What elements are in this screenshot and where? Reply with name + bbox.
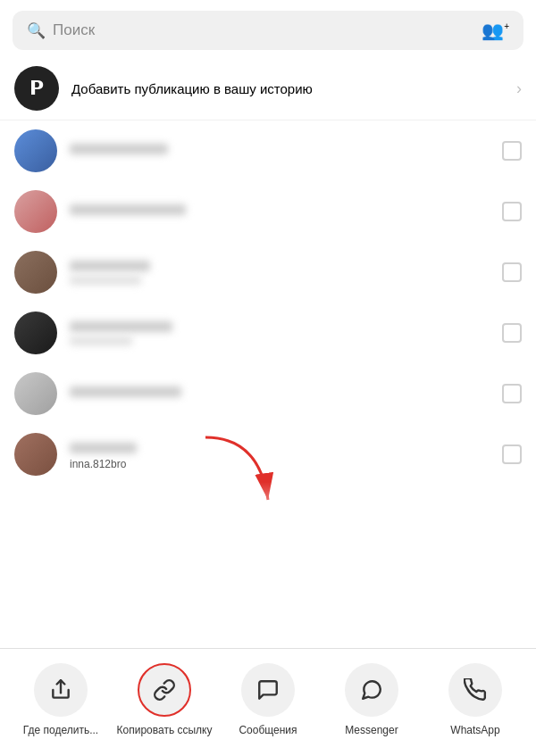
contact-item-1[interactable] bbox=[0, 120, 536, 181]
messages-icon bbox=[241, 663, 295, 717]
search-icon: 🔍 bbox=[27, 21, 46, 40]
share-upload-icon bbox=[34, 663, 88, 717]
story-avatar: 𝗣 bbox=[14, 66, 59, 111]
contact-avatar-5 bbox=[14, 372, 57, 415]
chevron-right-icon: › bbox=[516, 79, 522, 98]
share-item-whatsapp[interactable]: WhatsApp bbox=[426, 663, 524, 738]
contact-info-4 bbox=[70, 321, 502, 345]
contact-checkbox-1[interactable] bbox=[502, 141, 522, 161]
copy-link-icon bbox=[138, 663, 191, 717]
share-icons-row: Где поделить... Копировать ссылку Сообще… bbox=[0, 663, 536, 738]
share-sheet: Где поделить... Копировать ссылку Сообще… bbox=[0, 648, 536, 756]
contact-checkbox-4[interactable] bbox=[502, 323, 522, 343]
share-item-messages[interactable]: Сообщения bbox=[219, 663, 317, 738]
share-label-copy-link: Копировать ссылку bbox=[117, 724, 213, 738]
share-item-messenger[interactable]: Messenger bbox=[322, 663, 421, 738]
contact-item-5[interactable] bbox=[0, 363, 536, 424]
share-item-share[interactable]: Где поделить... bbox=[12, 663, 110, 738]
share-label-messenger: Messenger bbox=[345, 724, 398, 738]
story-label: Добавить публикацию в вашу историю bbox=[71, 81, 516, 96]
messenger-icon bbox=[345, 663, 398, 717]
contact-item-4[interactable] bbox=[0, 303, 536, 363]
search-bar[interactable]: 🔍 Поиск 👥+ bbox=[13, 11, 523, 50]
list-gradient bbox=[0, 482, 536, 536]
share-item-copy-link[interactable]: Копировать ссылку bbox=[115, 663, 214, 738]
contact-avatar-3 bbox=[14, 251, 57, 294]
contact-info-6: inna.812bro bbox=[70, 443, 502, 467]
contact-avatar-4 bbox=[14, 312, 57, 354]
share-label-whatsapp: WhatsApp bbox=[450, 724, 499, 738]
contact-checkbox-5[interactable] bbox=[502, 384, 522, 403]
contact-avatar-1 bbox=[14, 129, 57, 172]
contact-info-1 bbox=[70, 144, 502, 159]
add-contacts-icon[interactable]: 👥+ bbox=[482, 20, 509, 41]
contact-avatar-6 bbox=[14, 433, 57, 476]
contact-checkbox-6[interactable] bbox=[502, 444, 522, 464]
contact-item-3[interactable] bbox=[0, 242, 536, 303]
contact-item-2[interactable] bbox=[0, 181, 536, 242]
story-item[interactable]: 𝗣 Добавить публикацию в вашу историю › bbox=[0, 57, 536, 120]
contact-info-2 bbox=[70, 204, 502, 220]
contact-avatar-2 bbox=[14, 190, 57, 233]
contact-item-6[interactable]: inna.812bro bbox=[0, 424, 536, 485]
search-placeholder: Поиск bbox=[53, 21, 95, 39]
contact-checkbox-3[interactable] bbox=[502, 262, 522, 282]
whatsapp-icon bbox=[448, 663, 502, 717]
contact-info-5 bbox=[70, 386, 502, 402]
contact-checkbox-2[interactable] bbox=[502, 202, 522, 221]
share-label-share: Где поделить... bbox=[23, 724, 98, 738]
contact-info-3 bbox=[70, 261, 502, 285]
share-label-messages: Сообщения bbox=[239, 724, 297, 738]
